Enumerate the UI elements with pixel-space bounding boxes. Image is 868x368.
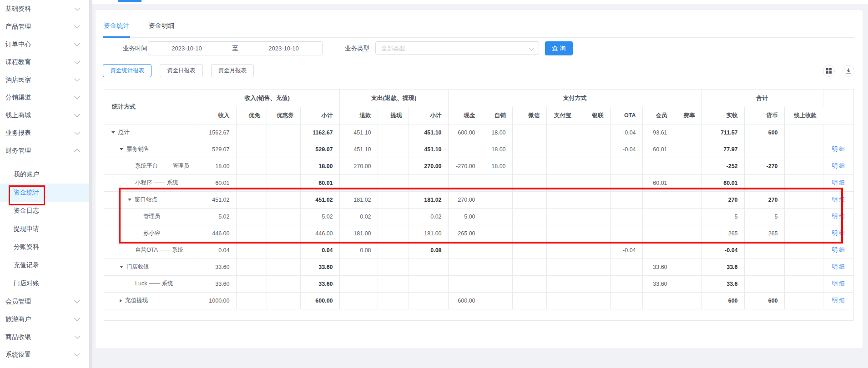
collapse-caret-icon[interactable] <box>111 131 115 134</box>
download-icon[interactable] <box>843 65 854 77</box>
column-detail-header <box>823 90 853 124</box>
table-cell <box>267 124 300 141</box>
table-cell <box>744 259 784 275</box>
row-label: 自营OTA —— 系统 <box>135 247 183 253</box>
column-header-自销: 自销 <box>482 107 512 124</box>
table-cell: 60.01 <box>642 174 674 191</box>
table-cell <box>578 259 610 275</box>
date-range-input[interactable]: 2023-10-10 至 2023-10-10 <box>148 41 323 55</box>
report-button-资金统计报表[interactable]: 资金统计报表 <box>103 64 151 77</box>
grid-icon[interactable] <box>823 65 835 77</box>
table-cell <box>610 174 642 191</box>
table-cell: 1000.00 <box>195 292 236 309</box>
collapse-caret-icon[interactable] <box>120 266 123 268</box>
sidebar-item-资金日志[interactable]: 资金日志 <box>0 202 89 220</box>
sidebar-item-分账资料[interactable]: 分账资料 <box>0 238 89 256</box>
table-cell: 451.10 <box>409 124 448 141</box>
table-cell <box>378 141 409 158</box>
row-label: 票务销售 <box>126 146 149 152</box>
detail-link[interactable]: 明 细 <box>832 163 845 169</box>
detail-link[interactable]: 明 细 <box>832 213 845 219</box>
table-cell: 446.00 <box>300 225 339 242</box>
sidebar-item-label: 分账资料 <box>14 243 39 251</box>
table-cell <box>378 158 409 174</box>
detail-cell: 明 细 <box>823 141 853 158</box>
table-cell <box>378 191 409 208</box>
tab-资金统计[interactable]: 资金统计 <box>104 22 129 37</box>
table-cell <box>409 292 448 309</box>
sidebar-item-产品管理[interactable]: 产品管理 <box>0 18 89 35</box>
chevron-down-icon <box>529 45 534 50</box>
chevron-down-icon <box>74 23 80 29</box>
sidebar-scrollbar[interactable] <box>89 0 92 368</box>
detail-link[interactable]: 明 细 <box>832 146 845 152</box>
sidebar-item-业务报表[interactable]: 业务报表 <box>0 124 89 142</box>
sidebar-item-会员管理[interactable]: 会员管理 <box>0 293 89 310</box>
table-cell <box>578 124 610 141</box>
detail-link[interactable]: 明 细 <box>832 264 845 270</box>
detail-link[interactable]: 明 细 <box>832 196 845 203</box>
detail-link[interactable]: 明 细 <box>832 280 845 287</box>
collapse-caret-icon[interactable] <box>120 148 123 150</box>
column-group-header: 支出(退款、提现) <box>339 90 448 107</box>
sidebar-item-课程教育[interactable]: 课程教育 <box>0 53 89 71</box>
table-cell <box>267 141 300 158</box>
report-type-buttons: 资金统计报表资金日报表资金月报表 <box>103 64 262 77</box>
table-cell <box>784 208 823 225</box>
sidebar-item-我的账户[interactable]: 我的账户 <box>0 165 89 184</box>
table-cell <box>236 292 267 309</box>
report-button-资金日报表[interactable]: 资金日报表 <box>160 64 203 77</box>
table-cell <box>482 191 512 208</box>
table-row: 票务销售529.07529.07451.10451.1018.00-0.0460… <box>104 141 853 158</box>
table-cell <box>236 124 267 141</box>
table-cell <box>674 191 701 208</box>
row-label-cell: 窗口站点 <box>104 191 195 208</box>
row-label-cell: 苏小容 <box>104 225 195 242</box>
date-from-value[interactable]: 2023-10-10 <box>148 45 225 52</box>
table-cell: 33.60 <box>642 275 674 292</box>
tab-资金明细[interactable]: 资金明细 <box>149 22 174 37</box>
collapse-caret-icon[interactable] <box>128 199 131 201</box>
query-button[interactable]: 查 询 <box>545 41 573 55</box>
detail-link[interactable]: 明 细 <box>832 297 845 303</box>
detail-link[interactable]: 明 细 <box>832 179 845 186</box>
sidebar-item-提现申请[interactable]: 提现申请 <box>0 220 89 238</box>
sidebar-item-label: 我的账户 <box>14 170 39 179</box>
table-cell <box>482 259 512 275</box>
sidebar-item-分销渠道[interactable]: 分销渠道 <box>0 89 89 106</box>
row-label: Luck —— 系统 <box>135 280 173 287</box>
sidebar-item-系统设置[interactable]: 系统设置 <box>0 346 89 363</box>
column-header-费率: 费率 <box>674 107 701 124</box>
sidebar-item-门店对账[interactable]: 门店对账 <box>0 274 89 293</box>
date-to-value[interactable]: 2023-10-10 <box>245 45 322 52</box>
report-button-资金月报表[interactable]: 资金月报表 <box>211 64 254 77</box>
table-cell <box>482 242 512 259</box>
sidebar-item-旅游商户[interactable]: 旅游商户 <box>0 310 89 328</box>
table-cell <box>610 191 642 208</box>
sidebar-item-财务管理[interactable]: 财务管理 <box>0 142 89 159</box>
row-label-cell: 自营OTA —— 系统 <box>104 242 195 259</box>
sidebar-item-基础资料[interactable]: 基础资料 <box>0 0 89 18</box>
business-type-select[interactable]: 全部类型 <box>375 41 539 55</box>
sidebar-item-线上商城[interactable]: 线上商城 <box>0 106 89 124</box>
table-cell: 181.02 <box>339 191 378 208</box>
sidebar-item-订单中心[interactable]: 订单中心 <box>0 35 89 53</box>
detail-link[interactable]: 明 细 <box>832 247 845 253</box>
sidebar-item-商品收银[interactable]: 商品收银 <box>0 328 89 346</box>
expand-caret-icon[interactable] <box>120 299 122 303</box>
sidebar-item-label: 资金统计 <box>14 189 39 197</box>
table-cell: 451.10 <box>409 141 448 158</box>
table-cell: 600.00 <box>300 292 339 309</box>
table-cell <box>674 208 701 225</box>
column-header-会员: 会员 <box>642 107 674 124</box>
detail-link[interactable]: 明 细 <box>832 230 845 236</box>
type-filter-label: 业务类型 <box>345 41 369 55</box>
table-cell <box>236 275 267 292</box>
sidebar-item-label: 门店对账 <box>14 279 39 288</box>
sidebar-item-资金统计[interactable]: 资金统计 <box>0 184 89 202</box>
sidebar-item-充值记录[interactable]: 充值记录 <box>0 256 89 274</box>
sidebar-item-酒店民宿[interactable]: 酒店民宿 <box>0 71 89 89</box>
sidebar-item-label: 财务管理 <box>5 147 31 155</box>
column-header-小计: 小计 <box>409 107 448 124</box>
table-cell <box>546 242 578 259</box>
